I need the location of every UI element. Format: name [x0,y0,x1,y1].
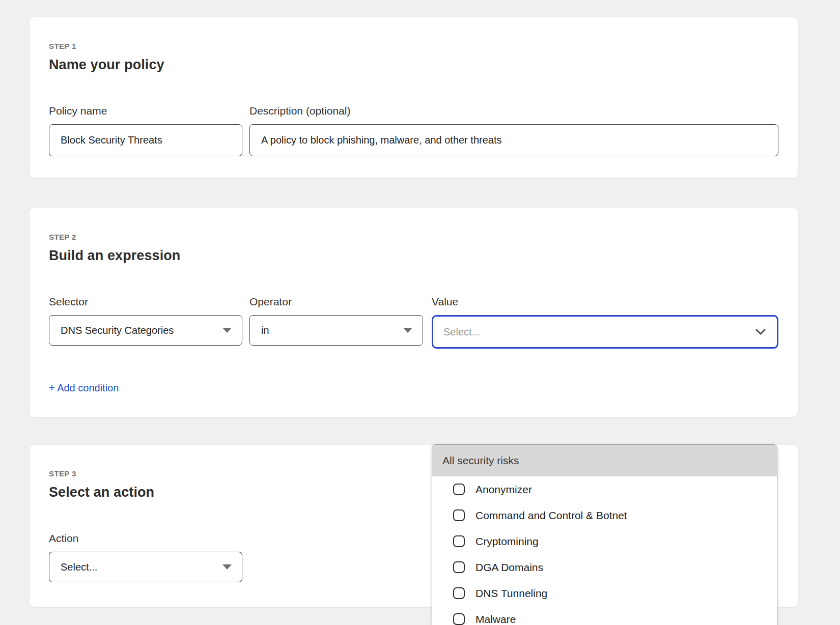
step2-title: Build an expression [49,248,778,264]
caret-down-icon [222,564,232,570]
value-dropdown-panel: All security risks Anonymizer Command an… [432,444,777,625]
dropdown-option-label: Malware [475,613,516,625]
dropdown-option[interactable]: Malware [432,606,777,625]
caret-down-icon [222,328,232,333]
dropdown-options-list: Anonymizer Command and Control & Botnet … [432,476,777,625]
step2-card: STEP 2 Build an expression Selector DNS … [29,208,798,417]
caret-down-icon [403,328,412,333]
chevron-down-icon [755,329,766,335]
dropdown-group-header: All security risks [432,445,777,476]
checkbox-unchecked-icon[interactable] [453,535,465,547]
action-label: Action [49,532,242,545]
step1-title: Name your policy [49,57,778,73]
operator-select-value: in [261,325,269,336]
policy-name-input[interactable] [49,124,242,156]
action-select[interactable]: Select... [49,552,242,582]
checkbox-unchecked-icon[interactable] [453,509,465,521]
dropdown-option[interactable]: DGA Domains [432,554,777,580]
dropdown-option-label: DGA Domains [475,561,543,574]
policy-name-label: Policy name [49,104,242,118]
dropdown-option[interactable]: Command and Control & Botnet [432,502,777,528]
dropdown-option[interactable]: Cryptomining [432,528,777,554]
selector-select[interactable]: DNS Security Categories [49,315,242,346]
value-multiselect[interactable]: Select... [432,315,778,349]
selector-select-value: DNS Security Categories [61,325,174,336]
checkbox-unchecked-icon[interactable] [453,613,465,625]
operator-select[interactable]: in [249,315,423,346]
dropdown-option-label: Command and Control & Botnet [475,509,627,522]
checkbox-unchecked-icon[interactable] [453,561,465,573]
dropdown-option[interactable]: DNS Tunneling [432,580,777,606]
checkbox-unchecked-icon[interactable] [453,587,465,599]
value-label: Value [432,295,778,308]
dropdown-option-label: Anonymizer [475,484,532,496]
checkbox-unchecked-icon[interactable] [453,484,465,495]
value-placeholder: Select... [443,326,480,338]
description-input[interactable] [249,124,778,156]
dropdown-option-label: Cryptomining [475,535,539,548]
step1-label: STEP 1 [49,42,778,50]
step1-card: STEP 1 Name your policy Policy name Desc… [29,17,798,178]
dropdown-option-label: DNS Tunneling [475,587,547,600]
description-label: Description (optional) [249,104,778,118]
dropdown-option[interactable]: Anonymizer [432,476,777,502]
add-condition-link[interactable]: + Add condition [49,382,119,394]
selector-label: Selector [49,295,242,308]
operator-label: Operator [249,295,423,308]
action-select-value: Select... [61,561,97,573]
step2-label: STEP 2 [49,233,778,241]
